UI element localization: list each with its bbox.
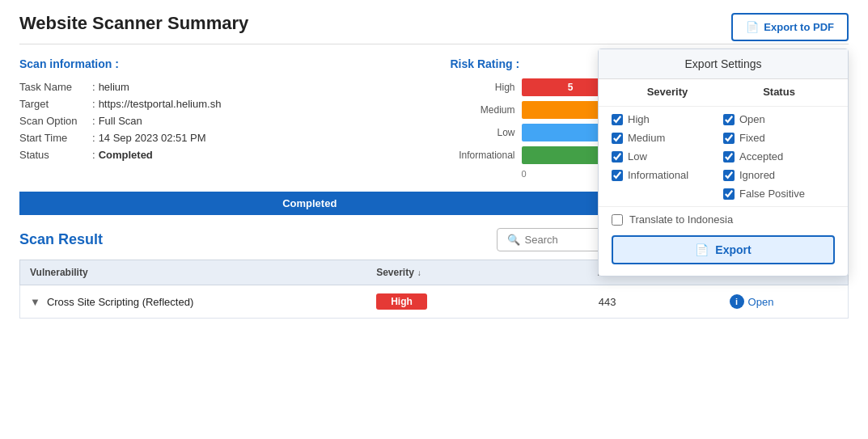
severity-options-col: High Medium Low Informational [612,113,723,200]
field-label-option: Scan Option [19,112,92,129]
field-val-target: https://testportal.helium.sh [99,95,228,112]
sort-icon: ↓ [417,268,421,277]
scan-info-title: Scan information : [19,57,418,70]
col-header-vulnerability: Vulnerability [30,267,376,278]
export-option-high: High [612,113,723,125]
checkbox-fixed[interactable] [723,133,735,144]
field-label-target: Target [19,95,92,112]
expand-chevron-icon[interactable]: ▼ [30,296,40,308]
field-val-option: Full Scan [99,112,228,129]
scan-field-option: Scan Option : Full Scan [19,112,227,129]
severity-cell: High [376,293,549,310]
field-label-status: Status [19,146,92,163]
export-settings-overlay: Export Settings Severity Status High Med… [598,49,849,276]
field-sep-taskname: : [92,78,99,95]
label-ignored: Ignored [739,169,775,181]
checkbox-translate[interactable] [612,214,623,226]
label-medium: Medium [628,132,665,144]
col-header-severity: Severity ↓ [376,267,549,278]
section-divider [19,44,849,44]
scan-information: Scan information : Task Name : helium Ta… [19,57,418,179]
checkbox-ignored[interactable] [723,170,735,181]
completed-bar-label: Completed [282,197,337,209]
field-label-starttime: Start Time [19,129,92,146]
export-option-medium: Medium [612,132,723,144]
export-btn-icon: 📄 [695,243,709,256]
checkbox-low[interactable] [612,151,623,163]
status-open: i Open [665,294,838,309]
risk-label-high: High [451,82,515,93]
scan-field-starttime: Start Time : 14 Sep 2023 02:51 PM [19,129,227,146]
export-options-grid: High Medium Low Informational [599,107,848,206]
checkbox-informational[interactable] [612,170,623,181]
field-sep-starttime: : [92,129,99,146]
export-option-open: Open [723,113,835,125]
severity-col-header: Severity [612,86,723,103]
checkbox-accepted[interactable] [723,151,735,163]
vulnerability-cell: ▼ Cross Site Scripting (Reflected) [30,296,376,308]
label-low: Low [628,150,647,163]
vulnerability-name: Cross Site Scripting (Reflected) [47,296,193,308]
scan-field-taskname: Task Name : helium [19,78,227,95]
field-val-starttime: 14 Sep 2023 02:51 PM [99,129,228,146]
export-option-false-positive: False Positive [723,188,835,200]
status-open-icon: i [730,294,744,309]
label-open: Open [739,113,765,125]
export-settings-title: Export Settings [599,49,848,79]
field-label-taskname: Task Name [19,78,92,95]
export-pdf-icon: 📄 [746,21,759,33]
risk-label-informational: Informational [451,150,515,161]
checkbox-open[interactable] [723,114,735,125]
export-btn-label: Export [715,243,751,256]
label-fixed: Fixed [739,132,765,144]
status-open-label: Open [748,296,774,308]
translate-label: Translate to Indonesia [629,213,733,226]
completed-bar: Completed [19,192,600,215]
scan-field-target: Target : https://testportal.helium.sh [19,95,227,112]
port-cell: 443 [549,296,665,308]
label-informational: Informational [628,169,688,181]
field-sep-option: : [92,112,99,129]
export-option-ignored: Ignored [723,169,835,181]
scan-result-title: Scan Result [19,231,103,248]
search-icon: 🔍 [507,234,520,246]
export-option-low: Low [612,150,723,163]
status-cell: i Open [665,294,838,309]
export-option-informational: Informational [612,169,723,181]
checkbox-high[interactable] [612,114,623,125]
checkbox-false-positive[interactable] [723,188,735,200]
risk-label-low: Low [451,127,515,138]
axis-label-0: 0 [522,169,527,179]
scan-info-table: Task Name : helium Target : https://test… [19,78,227,163]
field-sep-status: : [92,146,99,163]
status-col-header: Status [723,86,835,103]
export-button[interactable]: 📄 Export [612,235,835,264]
translate-row: Translate to Indonesia [599,206,848,235]
scan-field-status: Status : Completed [19,146,227,163]
severity-badge-high: High [376,293,427,310]
page-container: Website Scanner Summary 📄 Export to PDF … [0,0,868,439]
checkbox-medium[interactable] [612,133,623,144]
page-title: Website Scanner Summary [19,13,849,34]
label-accepted: Accepted [739,150,783,163]
label-high: High [628,113,650,125]
field-sep-target: : [92,95,99,112]
risk-label-medium: Medium [451,104,515,116]
field-val-status: Completed [99,146,228,163]
export-settings-columns: Severity Status [599,79,848,107]
label-false-positive: False Positive [739,188,805,200]
export-pdf-label: Export to PDF [764,21,834,33]
table-row: ▼ Cross Site Scripting (Reflected) High … [19,285,849,319]
export-option-accepted: Accepted [723,150,835,163]
export-option-fixed: Fixed [723,132,835,144]
export-pdf-button[interactable]: 📄 Export to PDF [731,13,849,41]
status-options-col: Open Fixed Accepted Ignored False Positi… [723,113,835,200]
field-val-taskname: helium [99,78,228,95]
